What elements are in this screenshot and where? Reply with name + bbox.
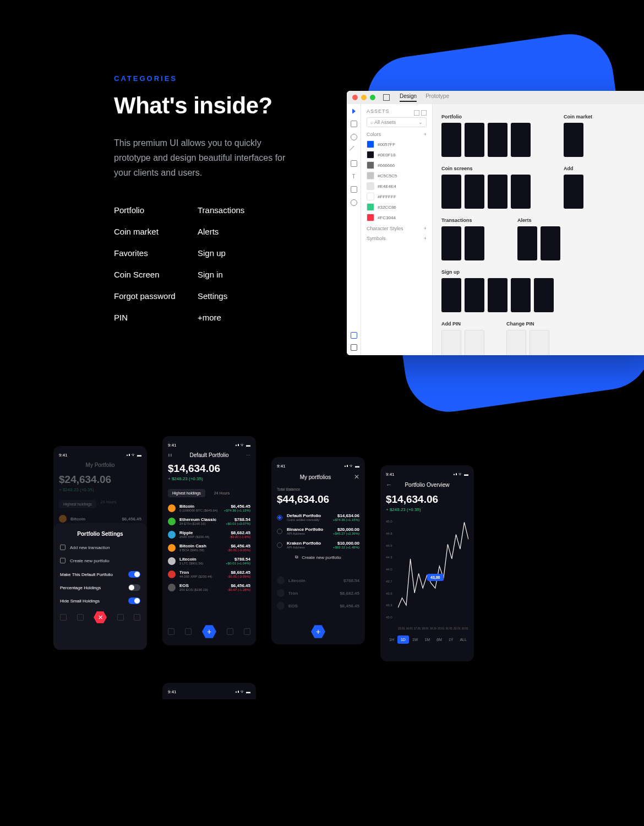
radio-icon[interactable]	[277, 529, 282, 534]
portfolio-row[interactable]: Binance PortfolioAPI Address $20,000.00+…	[277, 527, 359, 535]
toggle-default[interactable]	[128, 571, 140, 578]
range-1W[interactable]: 1W	[409, 635, 422, 644]
coin-row[interactable]: Ripple2500 XRP ($230.44) $8,682.45-$3.00…	[168, 530, 250, 539]
line-tool-icon[interactable]	[349, 146, 358, 155]
coin-icon	[168, 518, 176, 525]
add-symbol-icon[interactable]: +	[424, 236, 427, 241]
phone-default-portfolio: 9:41▪▮ ᯤ ▬ ⫾⫾ Default Portfolio ⋯ $14,63…	[162, 436, 256, 645]
add-transaction-row[interactable]: Add new transaction	[60, 545, 140, 550]
color-swatch[interactable]	[367, 172, 374, 180]
color-swatch[interactable]	[367, 203, 374, 211]
create-portfolio-row[interactable]: Create new portfolio	[60, 558, 140, 563]
range-1H[interactable]: 1H	[386, 635, 397, 644]
zoom-icon[interactable]	[370, 95, 375, 100]
list-view-icon[interactable]	[414, 110, 419, 116]
tab-prototype[interactable]: Prototype	[425, 93, 449, 102]
cat-more-link[interactable]: +more	[198, 313, 281, 322]
range-1M[interactable]: 1M	[421, 635, 433, 644]
cat-transactions: Transactions	[198, 205, 281, 215]
time: 9:41	[168, 689, 177, 694]
star-nav-icon[interactable]	[117, 614, 124, 621]
minimize-icon[interactable]	[361, 95, 367, 100]
ph2-balance: $14,634.06	[168, 463, 250, 475]
pen-tool-icon[interactable]	[351, 160, 357, 167]
search-input[interactable]: ⌕ All Assets⌄	[367, 117, 427, 127]
color-swatch[interactable]	[367, 214, 374, 221]
chart-icon[interactable]: ⫾⫾	[168, 453, 172, 458]
back-icon[interactable]: ←	[386, 481, 392, 488]
copy-nav-icon[interactable]	[60, 614, 67, 621]
radio-icon[interactable]	[277, 515, 282, 520]
gear-nav-icon[interactable]	[244, 628, 250, 635]
rect-tool-icon[interactable]	[351, 121, 357, 127]
copy-icon	[60, 558, 66, 563]
grid-view-icon[interactable]	[421, 110, 427, 116]
color-swatch[interactable]	[367, 140, 374, 148]
home-icon[interactable]	[383, 94, 390, 101]
text-tool-icon[interactable]: T	[352, 173, 355, 180]
coin-row[interactable]: Bitcoin0.1000000 BTC ($645.64) $6,456.45…	[168, 504, 250, 512]
copy-nav-icon[interactable]	[168, 628, 174, 635]
coin-icon	[168, 584, 176, 591]
pointer-tool-icon[interactable]	[352, 108, 356, 114]
create-portfolio-button[interactable]: ⧉ Create new portfolio	[277, 555, 359, 560]
charstyles-section: Character Styles+	[367, 226, 427, 231]
coin-row[interactable]: Tron44,000 XRP ($230.44) $8,682.45-$0.01…	[168, 570, 250, 578]
window-titlebar: Design Prototype	[347, 91, 644, 104]
artboard-tool-icon[interactable]	[351, 186, 357, 193]
coin-row[interactable]: Bitcoin Cash2 BCH ($901.58) $6,456.45-$0…	[168, 544, 250, 552]
coin-row[interactable]: Ethereum Classic24 ETH ($190.19) $788.54…	[168, 517, 250, 525]
add-button[interactable]: +	[202, 624, 216, 639]
star-nav-icon[interactable]	[227, 628, 233, 635]
swatch-hex: #FC3044	[378, 215, 396, 220]
ellipse-tool-icon[interactable]	[351, 134, 357, 140]
coin-row[interactable]: Litecoin2 LTC ($901.56) $788.54+$0.01 (+…	[168, 557, 250, 565]
color-swatch[interactable]	[367, 193, 374, 200]
range-ALL[interactable]: ALL	[456, 635, 470, 644]
color-swatch[interactable]	[367, 182, 374, 190]
close-icon[interactable]	[352, 95, 358, 100]
layers-panel-icon[interactable]	[351, 344, 357, 351]
cat-signin: Sign in	[198, 270, 281, 279]
swatch-hex: #FFFFFF	[378, 194, 396, 199]
trash-nav-icon[interactable]	[77, 614, 84, 621]
ph4-delta: + $248.23 (+0.35)	[386, 507, 468, 512]
eyebrow: CATEGORIES	[114, 74, 345, 83]
color-swatch[interactable]	[367, 151, 374, 159]
canvas[interactable]: Portfolio Coin market Coin screens Add	[433, 104, 644, 355]
tab-highest[interactable]: Highest holdings	[168, 489, 205, 497]
range-1Y[interactable]: 1Y	[445, 635, 457, 644]
gear-nav-icon[interactable]	[134, 614, 140, 621]
sec-signup: Sign up	[441, 269, 644, 275]
more-icon[interactable]: ⋯	[246, 453, 250, 458]
add-style-icon[interactable]: +	[424, 226, 427, 231]
close-button[interactable]: ✕	[94, 611, 107, 624]
coin-row[interactable]: EOS250 EOS ($190.19) $6,456.45-$0.67 (-1…	[168, 583, 250, 591]
close-icon[interactable]: ✕	[354, 473, 359, 481]
sec-coinmarket: Coin market	[564, 114, 592, 119]
opt-hide: Hide Small Holdings	[60, 599, 100, 604]
tab-highest[interactable]: Highest holdings	[59, 500, 96, 508]
tab-design[interactable]: Design	[400, 93, 417, 102]
portfolio-row[interactable]: Kraken PortfolioAPI Address $10,000.00+$…	[277, 541, 359, 549]
zoom-tool-icon[interactable]	[351, 199, 357, 206]
opt-pct: Percentage Holdings	[60, 585, 101, 590]
tab-24h[interactable]: 24 Hours	[210, 489, 234, 497]
color-swatch[interactable]	[367, 161, 374, 169]
radio-icon[interactable]	[277, 542, 282, 548]
range-1D[interactable]: 1D	[397, 635, 409, 644]
phone-my-portfolios: 9:41▪▮ ᯤ ▬ My portfolios ✕ Total Balance…	[271, 457, 365, 644]
toggle-hide[interactable]	[128, 597, 140, 604]
range-6M[interactable]: 6M	[433, 635, 445, 644]
ph3-total: $44,634.06	[277, 493, 359, 506]
toggle-pct[interactable]	[128, 584, 140, 591]
add-button[interactable]: +	[311, 624, 325, 639]
status-icons: ▪▮ ᯤ ▬	[127, 453, 141, 458]
ph2-delta: + $248.23 (+0.35)	[168, 476, 250, 481]
assets-panel-icon[interactable]	[351, 332, 357, 339]
chart[interactable]: 45.044.844.544.344.043.743.543.343.0 43,…	[386, 520, 468, 630]
grid-nav-icon[interactable]	[185, 628, 192, 635]
tab-24h[interactable]: 24 Hours	[101, 500, 116, 508]
portfolio-row[interactable]: Default PortfolioCoins added manually $1…	[277, 513, 359, 521]
add-color-icon[interactable]: +	[424, 132, 427, 137]
